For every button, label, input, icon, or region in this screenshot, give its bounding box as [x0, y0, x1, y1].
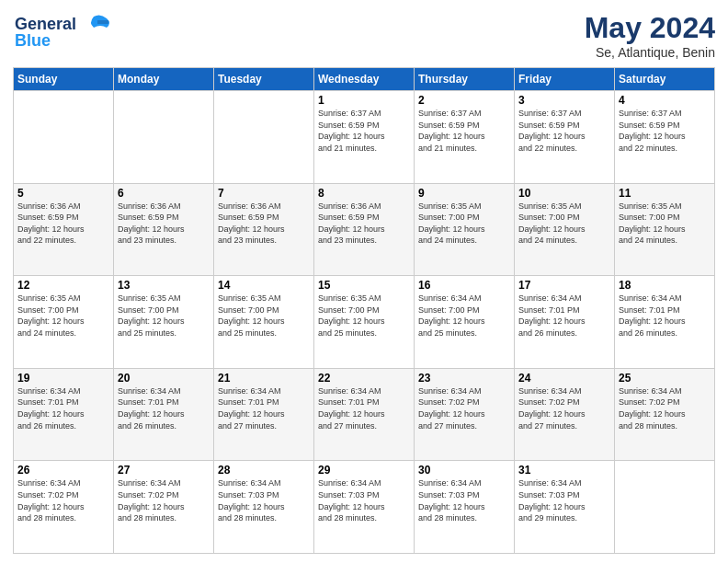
calendar-week-row: 19Sunrise: 6:34 AM Sunset: 7:01 PM Dayli… — [14, 368, 715, 461]
calendar-cell: 16Sunrise: 6:34 AM Sunset: 7:00 PM Dayli… — [415, 276, 515, 369]
calendar-cell — [114, 91, 214, 184]
day-info: Sunrise: 6:34 AM Sunset: 7:01 PM Dayligh… — [619, 293, 711, 339]
title-block: May 2024 Se, Atlantique, Benin — [585, 11, 715, 60]
day-info: Sunrise: 6:34 AM Sunset: 7:01 PM Dayligh… — [218, 385, 310, 431]
day-number: 24 — [518, 372, 610, 385]
calendar-cell: 24Sunrise: 6:34 AM Sunset: 7:02 PM Dayli… — [515, 368, 615, 461]
day-number: 2 — [418, 94, 510, 107]
day-info: Sunrise: 6:35 AM Sunset: 7:00 PM Dayligh… — [418, 201, 510, 247]
svg-text:General: General — [15, 15, 76, 33]
calendar-cell: 23Sunrise: 6:34 AM Sunset: 7:02 PM Dayli… — [415, 368, 515, 461]
calendar-cell: 8Sunrise: 6:36 AM Sunset: 6:59 PM Daylig… — [314, 183, 415, 276]
calendar-cell: 3Sunrise: 6:37 AM Sunset: 6:59 PM Daylig… — [515, 91, 615, 184]
month-title: May 2024 — [585, 11, 715, 45]
calendar-cell: 11Sunrise: 6:35 AM Sunset: 7:00 PM Dayli… — [615, 183, 715, 276]
day-info: Sunrise: 6:34 AM Sunset: 7:01 PM Dayligh… — [318, 385, 410, 431]
day-number: 3 — [518, 94, 610, 107]
day-number: 8 — [318, 187, 410, 200]
day-info: Sunrise: 6:37 AM Sunset: 6:59 PM Dayligh… — [418, 108, 510, 154]
calendar-cell: 1Sunrise: 6:37 AM Sunset: 6:59 PM Daylig… — [314, 91, 415, 184]
day-number: 28 — [218, 464, 310, 477]
weekday-header: Tuesday — [214, 68, 314, 91]
day-number: 15 — [318, 279, 410, 292]
day-info: Sunrise: 6:34 AM Sunset: 7:02 PM Dayligh… — [619, 385, 711, 431]
weekday-header: Wednesday — [314, 68, 415, 91]
day-info: Sunrise: 6:36 AM Sunset: 6:59 PM Dayligh… — [118, 201, 210, 247]
day-info: Sunrise: 6:34 AM Sunset: 7:02 PM Dayligh… — [518, 385, 610, 431]
calendar-week-row: 1Sunrise: 6:37 AM Sunset: 6:59 PM Daylig… — [14, 91, 715, 184]
day-info: Sunrise: 6:34 AM Sunset: 7:02 PM Dayligh… — [118, 477, 210, 523]
day-number: 16 — [418, 279, 510, 292]
logo-svg: General Blue — [13, 11, 114, 52]
calendar-cell: 12Sunrise: 6:35 AM Sunset: 7:00 PM Dayli… — [14, 276, 114, 369]
calendar-cell: 30Sunrise: 6:34 AM Sunset: 7:03 PM Dayli… — [415, 461, 515, 554]
day-info: Sunrise: 6:37 AM Sunset: 6:59 PM Dayligh… — [518, 108, 610, 154]
day-info: Sunrise: 6:37 AM Sunset: 6:59 PM Dayligh… — [318, 108, 410, 154]
calendar-cell: 19Sunrise: 6:34 AM Sunset: 7:01 PM Dayli… — [14, 368, 114, 461]
weekday-header-row: SundayMondayTuesdayWednesdayThursdayFrid… — [14, 68, 715, 91]
calendar-cell: 20Sunrise: 6:34 AM Sunset: 7:01 PM Dayli… — [114, 368, 214, 461]
calendar: SundayMondayTuesdayWednesdayThursdayFrid… — [13, 67, 715, 554]
day-number: 13 — [118, 279, 210, 292]
calendar-cell: 2Sunrise: 6:37 AM Sunset: 6:59 PM Daylig… — [415, 91, 515, 184]
calendar-cell: 29Sunrise: 6:34 AM Sunset: 7:03 PM Dayli… — [314, 461, 415, 554]
day-info: Sunrise: 6:36 AM Sunset: 6:59 PM Dayligh… — [318, 201, 410, 247]
page-container: General Blue May 2024 Se, Atlantique, Be… — [0, 0, 728, 563]
weekday-header: Saturday — [615, 68, 715, 91]
day-info: Sunrise: 6:35 AM Sunset: 7:00 PM Dayligh… — [17, 293, 109, 339]
calendar-cell: 15Sunrise: 6:35 AM Sunset: 7:00 PM Dayli… — [314, 276, 415, 369]
day-number: 7 — [218, 187, 310, 200]
day-number: 23 — [418, 372, 510, 385]
calendar-cell: 14Sunrise: 6:35 AM Sunset: 7:00 PM Dayli… — [214, 276, 314, 369]
day-info: Sunrise: 6:34 AM Sunset: 7:03 PM Dayligh… — [318, 477, 410, 523]
calendar-cell: 18Sunrise: 6:34 AM Sunset: 7:01 PM Dayli… — [615, 276, 715, 369]
calendar-cell: 22Sunrise: 6:34 AM Sunset: 7:01 PM Dayli… — [314, 368, 415, 461]
day-info: Sunrise: 6:34 AM Sunset: 7:03 PM Dayligh… — [218, 477, 310, 523]
day-number: 22 — [318, 372, 410, 385]
day-number: 25 — [619, 372, 711, 385]
calendar-cell: 9Sunrise: 6:35 AM Sunset: 7:00 PM Daylig… — [415, 183, 515, 276]
day-info: Sunrise: 6:34 AM Sunset: 7:03 PM Dayligh… — [518, 477, 610, 523]
calendar-cell: 27Sunrise: 6:34 AM Sunset: 7:02 PM Dayli… — [114, 461, 214, 554]
day-number: 11 — [619, 187, 711, 200]
day-number: 4 — [619, 94, 711, 107]
day-info: Sunrise: 6:36 AM Sunset: 6:59 PM Dayligh… — [218, 201, 310, 247]
calendar-week-row: 12Sunrise: 6:35 AM Sunset: 7:00 PM Dayli… — [14, 276, 715, 369]
day-number: 14 — [218, 279, 310, 292]
day-info: Sunrise: 6:36 AM Sunset: 6:59 PM Dayligh… — [17, 201, 109, 247]
day-info: Sunrise: 6:35 AM Sunset: 7:00 PM Dayligh… — [619, 201, 711, 247]
weekday-header: Sunday — [14, 68, 114, 91]
day-number: 27 — [118, 464, 210, 477]
day-number: 29 — [318, 464, 410, 477]
calendar-week-row: 5Sunrise: 6:36 AM Sunset: 6:59 PM Daylig… — [14, 183, 715, 276]
day-info: Sunrise: 6:34 AM Sunset: 7:02 PM Dayligh… — [17, 477, 109, 523]
day-info: Sunrise: 6:37 AM Sunset: 6:59 PM Dayligh… — [619, 108, 711, 154]
logo: General Blue — [13, 11, 114, 55]
day-number: 9 — [418, 187, 510, 200]
day-number: 12 — [17, 279, 109, 292]
calendar-cell — [615, 461, 715, 554]
calendar-cell: 6Sunrise: 6:36 AM Sunset: 6:59 PM Daylig… — [114, 183, 214, 276]
calendar-cell: 10Sunrise: 6:35 AM Sunset: 7:00 PM Dayli… — [515, 183, 615, 276]
day-info: Sunrise: 6:34 AM Sunset: 7:02 PM Dayligh… — [418, 385, 510, 431]
calendar-cell: 4Sunrise: 6:37 AM Sunset: 6:59 PM Daylig… — [615, 91, 715, 184]
day-info: Sunrise: 6:35 AM Sunset: 7:00 PM Dayligh… — [118, 293, 210, 339]
day-number: 19 — [17, 372, 109, 385]
calendar-week-row: 26Sunrise: 6:34 AM Sunset: 7:02 PM Dayli… — [14, 461, 715, 554]
day-number: 1 — [318, 94, 410, 107]
day-info: Sunrise: 6:34 AM Sunset: 7:03 PM Dayligh… — [418, 477, 510, 523]
calendar-cell: 25Sunrise: 6:34 AM Sunset: 7:02 PM Dayli… — [615, 368, 715, 461]
day-info: Sunrise: 6:35 AM Sunset: 7:00 PM Dayligh… — [218, 293, 310, 339]
calendar-cell: 7Sunrise: 6:36 AM Sunset: 6:59 PM Daylig… — [214, 183, 314, 276]
calendar-cell: 13Sunrise: 6:35 AM Sunset: 7:00 PM Dayli… — [114, 276, 214, 369]
svg-text:Blue: Blue — [15, 31, 51, 50]
day-info: Sunrise: 6:34 AM Sunset: 7:00 PM Dayligh… — [418, 293, 510, 339]
calendar-cell — [14, 91, 114, 184]
weekday-header: Monday — [114, 68, 214, 91]
day-number: 21 — [218, 372, 310, 385]
day-number: 26 — [17, 464, 109, 477]
day-number: 18 — [619, 279, 711, 292]
weekday-header: Friday — [515, 68, 615, 91]
calendar-cell: 26Sunrise: 6:34 AM Sunset: 7:02 PM Dayli… — [14, 461, 114, 554]
calendar-cell: 31Sunrise: 6:34 AM Sunset: 7:03 PM Dayli… — [515, 461, 615, 554]
